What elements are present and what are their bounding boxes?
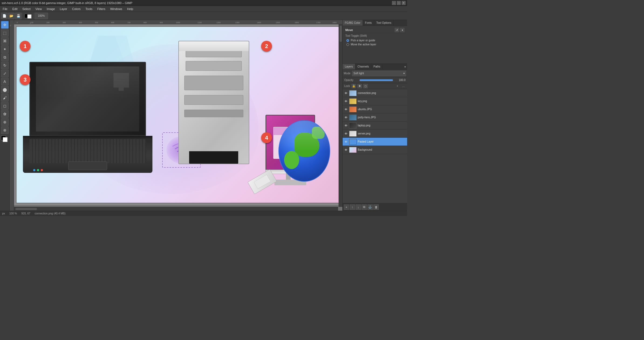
- image-canvas[interactable]: 1 2 3 4: [14, 24, 342, 205]
- layer-item-laptop[interactable]: 👁 laptop.png: [343, 122, 407, 130]
- new-layer-button[interactable]: +: [344, 204, 349, 210]
- layer-thumb-server: [349, 131, 357, 137]
- layer-item-pasted[interactable]: 👁 Pasted Layer: [343, 138, 407, 146]
- tool-healing[interactable]: ⊗: [1, 126, 9, 134]
- tool-paintbrush[interactable]: 🖌: [1, 94, 9, 102]
- layer-item-server[interactable]: 👁 server.png: [343, 130, 407, 138]
- menu-layer[interactable]: Layer: [58, 7, 70, 11]
- mode-dropdown-arrow: ▾: [403, 72, 405, 75]
- maximize-button[interactable]: □: [397, 1, 401, 5]
- tool-airbrush[interactable]: ✿: [1, 110, 9, 118]
- layer-name-laptop: laptop.png: [358, 124, 406, 127]
- tool-bucket-fill[interactable]: ⬤: [1, 86, 9, 93]
- tab-fonts[interactable]: Fonts: [363, 20, 374, 26]
- tool-rect-select[interactable]: ⬚: [1, 29, 9, 37]
- bg-color-swatch[interactable]: [27, 14, 32, 19]
- h-scrollbar[interactable]: [14, 207, 338, 211]
- svg-text:700: 700: [127, 22, 131, 23]
- menu-file[interactable]: File: [1, 7, 10, 11]
- badge-1: 1: [20, 41, 30, 52]
- lock-pixels-button[interactable]: 🔒: [352, 84, 356, 88]
- v-scrollbar-thumb[interactable]: [340, 26, 342, 42]
- tool-lasso[interactable]: ⌘: [1, 37, 9, 45]
- layers-add-button[interactable]: +: [395, 84, 400, 88]
- canvas-image: 1 2 3 4: [16, 26, 340, 203]
- layers-more-button[interactable]: …: [401, 84, 406, 88]
- tool-move[interactable]: ✥: [1, 21, 9, 29]
- toolbox: ✥ ⬚ ⌘ ✦ ⧉ ↻ ⤢ A ⬤ 🖌 ◻ ✿ ⊕ ⊗: [0, 20, 10, 211]
- menu-windows[interactable]: Windows: [108, 7, 124, 11]
- lock-alpha-button[interactable]: ◻: [363, 84, 368, 88]
- layer-item-putty[interactable]: 👁 putty-hero.JPG: [343, 113, 407, 122]
- canvas-area[interactable]: 0 100 200 300 400 500 600 700 800 900 10…: [10, 20, 342, 211]
- new-button[interactable]: 📄: [1, 13, 8, 19]
- layer-visibility-ubuntu[interactable]: 👁: [344, 107, 348, 112]
- opacity-slider[interactable]: [359, 79, 393, 81]
- layer-item-ubuntu[interactable]: 👁 ubuntu.JPG: [343, 105, 407, 113]
- dot-green: [37, 169, 39, 171]
- server-drive-2: [184, 95, 243, 105]
- menu-filters[interactable]: Filters: [95, 7, 108, 11]
- move-active-radio[interactable]: [346, 43, 349, 46]
- menu-colors[interactable]: Colors: [70, 7, 83, 11]
- close-button[interactable]: ✕: [402, 1, 406, 5]
- titlebar: ssh-hero.xcf-1.0 (RGB color 8-bit gamma …: [0, 0, 407, 6]
- h-scrollbar-thumb[interactable]: [15, 208, 37, 210]
- mode-dropdown[interactable]: Soft light ▾: [352, 71, 406, 76]
- reset-tool-button[interactable]: ↺: [395, 28, 399, 32]
- lock-position-button[interactable]: ✚: [357, 84, 362, 88]
- menu-tools[interactable]: Tools: [83, 7, 95, 11]
- zoom-input[interactable]: 100%: [35, 13, 48, 19]
- layer-item-key[interactable]: 👁 key.png: [343, 97, 407, 105]
- layer-visibility-pasted[interactable]: 👁: [344, 140, 348, 144]
- layer-visibility-background[interactable]: 👁: [344, 148, 348, 152]
- v-scrollbar[interactable]: [339, 24, 342, 207]
- delete-layer-button[interactable]: 🗑: [373, 204, 379, 210]
- tab-channels[interactable]: Channels: [355, 64, 371, 69]
- laptop-trackpad: [68, 161, 107, 170]
- duplicate-layer-button[interactable]: ⧉: [362, 204, 367, 210]
- svg-text:1500: 1500: [276, 22, 280, 23]
- layers-panel-menu[interactable]: ▾: [403, 64, 407, 70]
- tool-fuzzy-select[interactable]: ✦: [1, 45, 9, 53]
- fg-bg-colors[interactable]: [1, 136, 9, 143]
- tab-tool-options[interactable]: Tool Options: [374, 20, 394, 26]
- save-button[interactable]: 💾: [15, 13, 22, 19]
- tool-options-menu[interactable]: ▾: [400, 28, 404, 32]
- layer-visibility-putty[interactable]: 👁: [344, 115, 348, 120]
- tool-rotate[interactable]: ↻: [1, 62, 9, 69]
- dot-blue: [33, 169, 35, 171]
- tab-layers[interactable]: Layers: [343, 64, 355, 69]
- layer-visibility-laptop[interactable]: 👁: [344, 123, 348, 128]
- layer-visibility-server[interactable]: 👁: [344, 132, 348, 136]
- tab-paths[interactable]: Paths: [371, 64, 383, 69]
- open-button[interactable]: 📂: [8, 13, 15, 19]
- menu-image[interactable]: Image: [45, 7, 57, 11]
- layer-item-connection[interactable]: 👁 connection.png: [343, 89, 407, 97]
- lower-layer-button[interactable]: ↓: [356, 204, 361, 210]
- layer-visibility-key[interactable]: 👁: [344, 99, 348, 103]
- svg-text:900: 900: [160, 22, 163, 23]
- tool-clone[interactable]: ⊕: [1, 118, 9, 126]
- menu-edit[interactable]: Edit: [10, 7, 20, 11]
- raise-layer-button[interactable]: ↑: [350, 204, 355, 210]
- layer-item-background[interactable]: 👁 Background: [343, 146, 407, 154]
- layer-thumb-key: [349, 98, 357, 104]
- tool-toggle-label: Tool Toggle (Shift): [344, 33, 406, 38]
- menu-view[interactable]: View: [33, 7, 44, 11]
- tool-crop[interactable]: ⧉: [1, 53, 9, 61]
- minimize-button[interactable]: ─: [392, 1, 396, 5]
- tab-fg-bg-color[interactable]: FG/BG Color: [343, 20, 363, 26]
- anchor-layer-button[interactable]: ⚓: [367, 204, 373, 210]
- svg-text:100: 100: [30, 22, 33, 23]
- menu-select[interactable]: Select: [20, 7, 33, 11]
- menu-help[interactable]: Help: [125, 7, 135, 11]
- layer-visibility-connection[interactable]: 👁: [344, 91, 348, 95]
- tool-scale[interactable]: ⤢: [1, 70, 9, 77]
- layer-thumb-putty: [349, 115, 357, 120]
- option-row-1: Pick a layer or guide: [344, 38, 406, 42]
- svg-text:800: 800: [144, 22, 147, 23]
- tool-text[interactable]: A: [1, 78, 9, 85]
- pick-layer-radio[interactable]: [346, 39, 349, 42]
- tool-eraser[interactable]: ◻: [1, 102, 9, 110]
